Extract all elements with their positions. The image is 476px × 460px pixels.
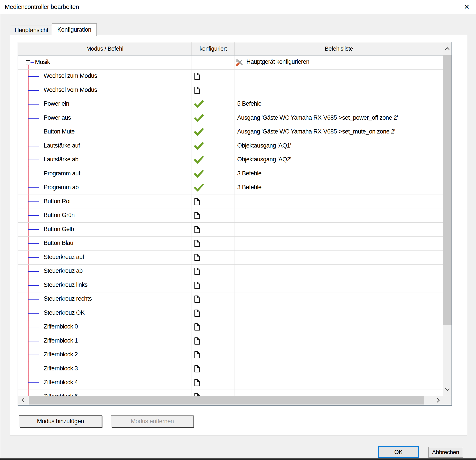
document-icon — [194, 351, 200, 359]
tree-branch-line — [28, 355, 39, 355]
scroll-down-button[interactable] — [443, 383, 451, 396]
scroll-right-button[interactable] — [433, 396, 443, 405]
document-icon — [194, 393, 200, 396]
command-label: Wechsel zum Modus — [44, 73, 97, 79]
window-title: Mediencontroller bearbeiten — [5, 3, 79, 10]
table-row[interactable]: Steuerkreuz OK — [18, 306, 443, 320]
check-icon — [194, 184, 204, 192]
document-icon — [194, 226, 200, 233]
table-row[interactable]: Steuerkreuz links — [18, 278, 443, 292]
command-label: Ziffernblock 0 — [44, 323, 78, 330]
table-row[interactable]: MusikHauptgerät konfigurieren — [18, 55, 443, 69]
remove-mode-button[interactable]: Modus entfernen — [111, 416, 194, 427]
command-label: Steuerkreuz rechts — [44, 295, 92, 303]
table-row[interactable]: Ziffernblock 2 — [18, 348, 443, 362]
table-row[interactable]: Button Rot — [18, 195, 443, 209]
table-row[interactable]: Steuerkreuz auf — [18, 251, 443, 265]
document-icon — [194, 295, 200, 303]
command-table: Modus / Befehl konfiguriert Befehlsliste… — [17, 42, 452, 406]
ok-button[interactable]: OK — [378, 446, 419, 458]
table-row[interactable]: Programm auf3 Befehle — [18, 167, 443, 181]
table-row[interactable]: Button Gelb — [18, 223, 443, 237]
tree-branch-line — [28, 327, 39, 327]
check-icon — [194, 114, 204, 122]
tree-branch-line — [28, 285, 39, 286]
titlebar: Mediencontroller bearbeiten ✕ — [0, 0, 476, 14]
expand-collapse-box[interactable] — [26, 60, 30, 64]
scroll-left-button[interactable] — [18, 396, 28, 405]
table-row[interactable]: Programm ab3 Befehle — [18, 181, 443, 195]
column-header-modus-befehl[interactable]: Modus / Befehl — [18, 42, 192, 55]
chevron-right-icon — [435, 398, 440, 402]
tab-konfiguration[interactable]: Konfiguration — [52, 23, 97, 36]
tree-branch-line — [28, 215, 39, 216]
add-mode-button[interactable]: Modus hinzufügen — [19, 416, 102, 427]
tree-branch-line — [28, 257, 39, 258]
document-icon — [194, 379, 200, 386]
chevron-left-icon — [22, 398, 26, 402]
document-icon — [194, 309, 200, 317]
document-icon — [194, 268, 200, 275]
document-icon — [194, 254, 200, 261]
table-rows: MusikHauptgerät konfigurierenWechsel zum… — [18, 55, 443, 396]
table-row[interactable]: Ziffernblock 1 — [18, 334, 443, 348]
check-icon — [194, 170, 204, 178]
tree-branch-line — [28, 229, 39, 230]
table-row[interactable]: Steuerkreuz rechts — [18, 292, 443, 306]
command-label: Programm ab — [44, 184, 79, 191]
document-icon — [194, 281, 200, 289]
tree-branch-line — [28, 382, 39, 383]
document-icon — [194, 87, 200, 94]
tree-branch-line — [28, 146, 39, 147]
scroll-up-button[interactable] — [443, 42, 451, 55]
command-label: Button Gelb — [44, 226, 74, 233]
tree-branch-line — [28, 104, 39, 104]
table-row[interactable]: Button MuteAusgang 'Gäste WC Yamaha RX-V… — [18, 125, 443, 139]
table-row[interactable]: Steuerkreuz ab — [18, 265, 443, 278]
document-icon — [194, 72, 200, 80]
command-label: Ziffernblock 2 — [44, 351, 78, 358]
table-row[interactable]: Power ein5 Befehle — [18, 97, 443, 112]
befehlsliste-cell: Objektausgang 'AQ1' — [237, 142, 291, 149]
table-row[interactable]: Power ausAusgang 'Gäste WC Yamaha RX-V68… — [18, 111, 443, 125]
table-row[interactable]: Lautstärke aufObjektausgang 'AQ1' — [18, 139, 443, 153]
close-icon[interactable]: ✕ — [460, 1, 473, 12]
table-row[interactable]: Ziffernblock 5 — [18, 390, 443, 396]
horizontal-scrollbar[interactable] — [18, 396, 443, 405]
command-label: Ziffernblock 4 — [44, 379, 78, 386]
tree-branch-line — [28, 118, 39, 119]
tab-hauptansicht[interactable]: Hauptansicht — [11, 25, 52, 35]
tree-branch-line — [28, 160, 39, 160]
tree-branch-line — [28, 76, 39, 77]
table-row[interactable]: Ziffernblock 4 — [18, 376, 443, 390]
tree-branch-line — [28, 90, 39, 91]
cancel-button[interactable]: Abbrechen — [428, 447, 463, 458]
header-divider — [192, 42, 192, 55]
column-header-konfiguriert[interactable]: konfiguriert — [192, 42, 235, 55]
tree-branch-line — [28, 243, 39, 244]
document-icon — [194, 365, 200, 373]
command-label: Ziffernblock 1 — [44, 337, 78, 344]
table-row[interactable]: Lautstärke abObjektausgang 'AQ2' — [18, 153, 443, 167]
table-row[interactable]: Ziffernblock 0 — [18, 320, 443, 334]
table-row[interactable]: Wechsel vom Modus — [18, 83, 443, 97]
column-header-befehlsliste[interactable]: Befehlsliste — [235, 42, 443, 55]
table-row[interactable]: Ziffernblock 3 — [18, 362, 443, 376]
chevron-up-icon — [445, 47, 450, 52]
befehlsliste-cell: 5 Befehle — [237, 101, 262, 107]
table-row[interactable]: Button Blau — [18, 237, 443, 251]
table-row[interactable]: Wechsel zum Modus — [18, 69, 443, 84]
vertical-scrollbar-thumb[interactable] — [443, 55, 451, 325]
horizontal-scrollbar-thumb[interactable] — [29, 396, 424, 405]
check-icon — [194, 156, 204, 164]
document-icon — [194, 240, 200, 247]
command-label: Power aus — [44, 114, 71, 121]
check-icon — [194, 100, 204, 108]
befehlsliste-cell: Hauptgerät konfigurieren — [235, 58, 309, 66]
table-row[interactable]: Button Grün — [18, 209, 443, 223]
check-icon — [194, 142, 204, 150]
tree-branch-line — [28, 313, 39, 313]
document-icon — [194, 337, 200, 345]
tree-branch-line — [28, 299, 39, 300]
vertical-scrollbar[interactable] — [443, 42, 451, 396]
